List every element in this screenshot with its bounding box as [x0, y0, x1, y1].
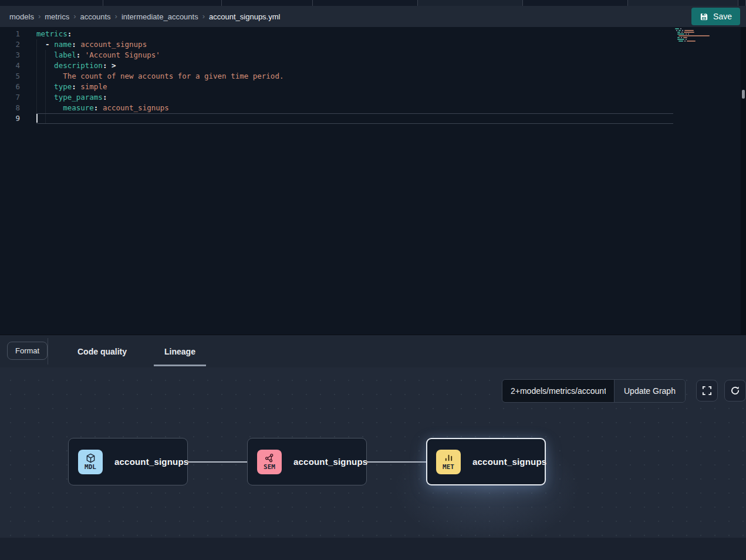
lineage-controls: Update Graph	[502, 379, 746, 403]
breadcrumb-bar: models›metrics›accounts›intermediate_acc…	[0, 6, 746, 27]
format-button[interactable]: Format	[7, 342, 48, 360]
update-graph-button[interactable]: Update Graph	[614, 380, 685, 402]
node-label: account_signups	[293, 457, 367, 467]
save-button-label: Save	[713, 12, 732, 21]
line-number: 5	[0, 71, 20, 82]
line-number: 1	[0, 29, 20, 39]
refresh-button[interactable]	[724, 380, 746, 402]
fullscreen-button[interactable]	[696, 380, 718, 402]
code-line-1[interactable]: 1metrics:	[0, 29, 681, 39]
breadcrumb-item-accounts[interactable]: accounts	[80, 12, 111, 21]
editor-tab-strip	[0, 0, 746, 6]
bar-chart-icon	[444, 453, 454, 463]
code-line-7[interactable]: 7 type_params:	[0, 92, 681, 103]
fullscreen-icon	[702, 386, 712, 396]
node-type-badge-sem: SEM	[257, 450, 282, 474]
chevron-right-icon: ›	[73, 12, 76, 21]
badge-label: SEM	[264, 464, 275, 471]
canvas-bottom-strip	[0, 538, 746, 560]
line-number: 8	[0, 103, 20, 113]
tab-lineage[interactable]: Lineage	[146, 335, 214, 367]
scrollbar-thumb[interactable]	[742, 90, 745, 99]
line-number: 9	[0, 113, 20, 124]
bottom-panel: Format Code qualityLineage Update Graph	[0, 335, 746, 560]
line-number: 3	[0, 50, 20, 60]
editor-tab-1[interactable]	[0, 0, 103, 6]
lineage-node-sem-account_signups[interactable]: SEMaccount_signups	[247, 438, 367, 485]
minimap[interactable]	[675, 28, 737, 44]
semantic-network-icon	[265, 453, 275, 463]
line-number: 2	[0, 39, 20, 50]
editor-tab-6[interactable]	[523, 0, 628, 6]
code-line-4[interactable]: 4 description: >	[0, 60, 681, 71]
node-type-badge-mdl: MDL	[78, 450, 103, 474]
save-icon	[700, 12, 708, 21]
panel-tabs: Code qualityLineage	[59, 335, 214, 367]
chevron-right-icon: ›	[202, 12, 205, 21]
editor-tab-5[interactable]	[418, 0, 523, 6]
lineage-filter-input[interactable]	[502, 380, 614, 402]
editor-tab-4[interactable]	[313, 0, 418, 6]
line-number: 4	[0, 60, 20, 71]
node-label: account_signups	[114, 457, 188, 467]
text-cursor	[36, 114, 38, 123]
editor-tab-7[interactable]	[628, 0, 738, 6]
lineage-node-mdl-account_signups[interactable]: MDLaccount_signups	[68, 438, 188, 485]
breadcrumb-item-metrics[interactable]: metrics	[45, 12, 69, 21]
lineage-canvas[interactable]: Update Graph	[0, 367, 746, 538]
tab-label: Lineage	[164, 347, 195, 356]
tab-divider	[48, 338, 48, 365]
badge-label: MET	[443, 464, 454, 471]
lineage-node-met-account_signups[interactable]: METaccount_signups	[426, 438, 546, 485]
line-number: 7	[0, 92, 20, 103]
breadcrumb: models›metrics›accounts›intermediate_acc…	[9, 12, 691, 21]
lineage-filter-group: Update Graph	[502, 379, 686, 403]
code-line-8[interactable]: 8 measure: account_signups	[0, 103, 681, 113]
editor-tab-8[interactable]	[738, 0, 746, 6]
lineage-edge	[188, 461, 247, 463]
code-line-6[interactable]: 6 type: simple	[0, 82, 681, 92]
code-area[interactable]: 1metrics:2 - name: account_signups3 labe…	[0, 29, 681, 124]
cube-icon	[86, 453, 96, 463]
current-line-highlight	[36, 113, 673, 124]
badge-label: MDL	[85, 464, 96, 471]
editor-tab-3[interactable]	[222, 0, 313, 6]
code-editor[interactable]: 1metrics:2 - name: account_signups3 labe…	[0, 27, 746, 335]
ide-window: models›metrics›accounts›intermediate_acc…	[0, 0, 746, 560]
editor-scrollbar[interactable]	[741, 27, 746, 335]
node-type-badge-met: MET	[436, 450, 461, 474]
code-line-2[interactable]: 2 - name: account_signups	[0, 39, 681, 50]
code-line-3[interactable]: 3 label: 'Account Signups'	[0, 50, 681, 60]
lineage-edge	[367, 461, 426, 463]
chevron-right-icon: ›	[38, 12, 40, 21]
indent-guide	[36, 39, 37, 124]
panel-tab-row: Format Code qualityLineage	[0, 335, 746, 367]
editor-tab-2[interactable]	[103, 0, 222, 6]
breadcrumb-item-models[interactable]: models	[9, 12, 34, 21]
breadcrumb-item-intermediate_accounts[interactable]: intermediate_accounts	[121, 12, 198, 21]
code-line-5[interactable]: 5 The count of new accounts for a given …	[0, 71, 681, 82]
active-tab-underline	[154, 365, 206, 366]
breadcrumb-item-account_signups.yml[interactable]: account_signups.yml	[209, 12, 280, 21]
tab-label: Code quality	[77, 347, 127, 356]
chevron-right-icon: ›	[115, 12, 117, 21]
tab-code-quality[interactable]: Code quality	[59, 335, 146, 367]
refresh-icon	[730, 386, 740, 396]
node-label: account_signups	[472, 457, 546, 467]
line-number: 6	[0, 82, 20, 92]
save-button[interactable]: Save	[691, 8, 740, 25]
